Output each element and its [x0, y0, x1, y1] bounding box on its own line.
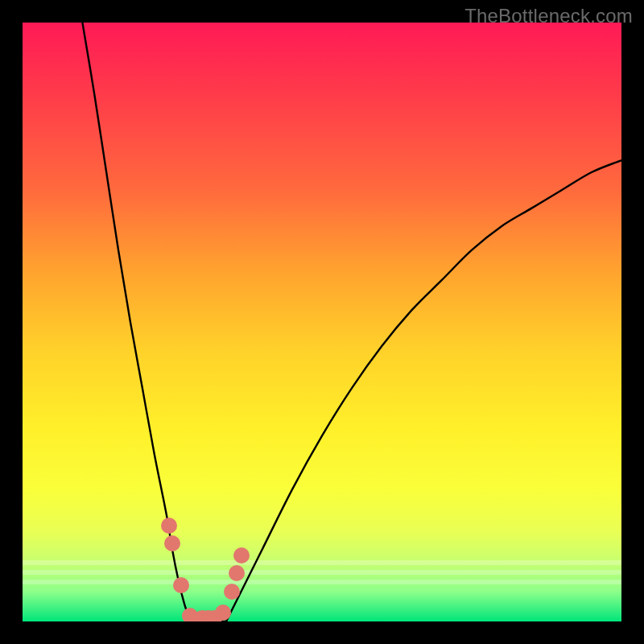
gradient-band	[23, 560, 621, 565]
plot-area	[23, 23, 621, 621]
gradient-band	[23, 580, 621, 584]
gradient-background	[23, 23, 621, 621]
watermark-text: TheBottleneck.com	[464, 5, 633, 27]
curve-marker	[233, 547, 250, 564]
gradient-band	[23, 570, 621, 575]
curve-marker	[215, 605, 231, 621]
